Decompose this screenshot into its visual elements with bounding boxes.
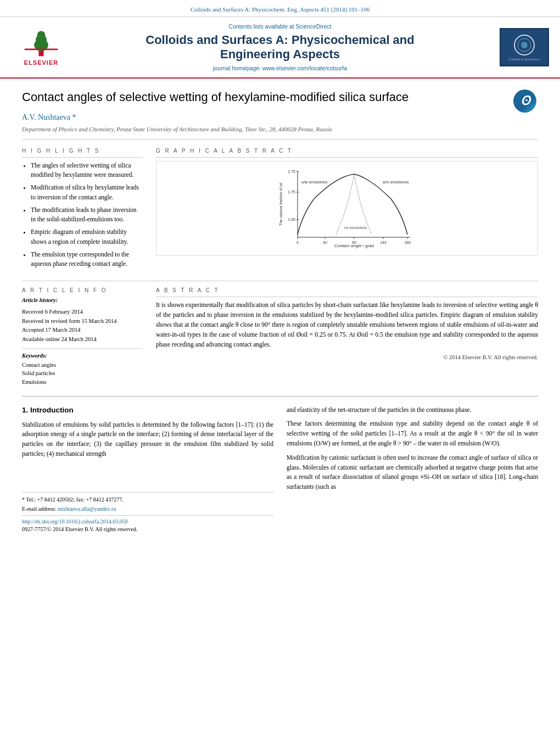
graphical-abstract-header: G R A P H I C A L A B S T R A C T xyxy=(156,147,538,158)
article-info-header: A R T I C L E I N F O xyxy=(22,287,143,294)
keyword-item: Emulsions xyxy=(22,378,143,387)
elsevier-tree-icon xyxy=(22,27,60,58)
doi-line[interactable]: http://dx.doi.org/10.1016/j.colsurfa.201… xyxy=(22,518,273,526)
svg-text:1.00: 1.00 xyxy=(288,217,295,221)
footnote-email: E-mail address: mishtaeva.alla@yandex.ru xyxy=(22,505,273,513)
section-divider xyxy=(22,396,538,397)
article-title: Contact angles of selective wetting of h… xyxy=(22,90,502,105)
logo-right: Colloids & Surfaces A xyxy=(489,28,549,66)
footnote-star: * Tel.: +7 8412 420502; fax: +7 8412 437… xyxy=(22,496,273,504)
svg-point-9 xyxy=(521,42,528,48)
issn-line: 0927-7757/© 2014 Elsevier B.V. All right… xyxy=(22,526,273,533)
article-affiliation: Department of Physics and Chemistry, Pen… xyxy=(22,125,502,133)
svg-text:w/o emulsions: w/o emulsions xyxy=(382,180,409,185)
svg-rect-4 xyxy=(25,49,58,51)
section-title-text: Introduction xyxy=(30,406,74,414)
cover-svg: Colloids & Surfaces A xyxy=(500,29,548,66)
keywords-label: Keywords: xyxy=(22,352,143,360)
contents-line: Contents lists available at ScienceDirec… xyxy=(71,23,489,31)
introduction-section: 1. Introduction Stabilization of emulsio… xyxy=(22,405,538,533)
banner-center: Contents lists available at ScienceDirec… xyxy=(71,23,489,72)
elsevier-logo-area: ELSEVIER xyxy=(11,27,71,67)
abstract-text: It is shown experimentally that modifica… xyxy=(156,300,538,349)
article-history-items: Received 6 February 2014 Received in rev… xyxy=(22,308,143,344)
copyright-line: © 2014 Elsevier B.V. All rights reserved… xyxy=(156,354,538,362)
journal-cover-image: Colloids & Surfaces A xyxy=(500,28,549,66)
highlight-item: The emulsion type corresponded to the aq… xyxy=(31,250,143,269)
abstract-column: A B S T R A C T It is shown experimental… xyxy=(156,287,538,387)
highlights-list: The angles of selective wetting of silic… xyxy=(22,161,143,269)
keyword-item: Contact angles xyxy=(22,361,143,370)
svg-point-3 xyxy=(37,31,46,39)
elsevier-text: ELSEVIER xyxy=(24,59,58,67)
intro-text-right-3: Modification by cationic surfactant is o… xyxy=(287,453,538,492)
keywords-list: Contact angles Solid particles Emulsions xyxy=(22,361,143,387)
highlights-header: H I G H L I G H T S xyxy=(22,147,143,158)
graphical-abstract-box: The volume fraction of oil Contact angle… xyxy=(156,161,538,256)
history-item: Received in revised form 15 March 2014 xyxy=(22,317,143,326)
history-item: Accepted 17 March 2014 xyxy=(22,326,143,334)
elsevier-logo: ELSEVIER xyxy=(22,27,60,67)
section-title: 1. Introduction xyxy=(22,405,273,416)
highlight-item: The angles of selective wetting of silic… xyxy=(31,161,143,180)
svg-text:The volume fraction of oil: The volume fraction of oil xyxy=(279,182,283,226)
svg-text:1.75: 1.75 xyxy=(288,190,295,194)
svg-text:90: 90 xyxy=(352,241,356,244)
journal-link[interactable]: Colloids and Surfaces A: Physicochem. En… xyxy=(191,6,370,13)
highlights-column: H I G H L I G H T S The angles of select… xyxy=(22,147,143,272)
abstract-header: A B S T R A C T xyxy=(156,287,538,297)
svg-text:2.75: 2.75 xyxy=(288,170,295,174)
svg-text:40: 40 xyxy=(323,241,327,244)
journal-header: Colloids and Surfaces A: Physicochem. En… xyxy=(0,0,560,17)
article-title-text: Contact angles of selective wetting of h… xyxy=(22,90,502,133)
journal-title: Colloids and Surfaces A: Physicochemical… xyxy=(71,33,489,62)
journal-banner: ELSEVIER Contents lists available at Sci… xyxy=(0,17,560,79)
history-item: Received 6 February 2014 xyxy=(22,308,143,316)
homepage-url[interactable]: www.elsevier.com/locate/colsurfa xyxy=(262,65,347,71)
intro-text-right-2: These factors determining the emulsion t… xyxy=(287,419,538,448)
intro-text-1: Stabilization of emulsions by solid part… xyxy=(22,420,273,459)
article-authors: A.V. Nushtaeva * xyxy=(22,112,502,123)
intro-text-right-1: and elasticity of the net-structure of t… xyxy=(287,405,538,415)
highlight-item: Empiric diagram of emulsion stability sh… xyxy=(31,227,143,247)
history-item: Available online 24 March 2014 xyxy=(22,336,143,344)
keyword-item: Solid particles xyxy=(22,370,143,378)
graphical-abstract-column: G R A P H I C A L A B S T R A C T The vo… xyxy=(156,147,538,272)
svg-text:180: 180 xyxy=(404,241,411,244)
footnote-area: * Tel.: +7 8412 420502; fax: +7 8412 437… xyxy=(22,492,273,533)
svg-text:Colloids & Surfaces A: Colloids & Surfaces A xyxy=(508,58,540,61)
email-link[interactable]: mishtaeva.alla@yandex.ru xyxy=(58,506,116,512)
svg-text:no emulsions: no emulsions xyxy=(344,226,367,230)
article-content: Contact angles of selective wetting of h… xyxy=(0,79,560,533)
intro-left-column: 1. Introduction Stabilization of emulsio… xyxy=(22,405,273,533)
highlight-item: Modification of silica by hexylamine lea… xyxy=(31,183,143,202)
abstract-graph-svg: The volume fraction of oil Contact angle… xyxy=(276,166,418,251)
svg-text:140: 140 xyxy=(380,241,387,244)
article-info-column: A R T I C L E I N F O Article history: R… xyxy=(22,287,143,387)
svg-text:0: 0 xyxy=(296,241,299,244)
journal-homepage: journal homepage: www.elsevier.com/locat… xyxy=(71,64,489,72)
crossmark-circle: ʘ xyxy=(513,90,536,113)
sciencedirect-link[interactable]: ScienceDirect xyxy=(296,23,332,30)
highlights-graphical-row: H I G H L I G H T S The angles of select… xyxy=(22,147,538,272)
crossmark-logo[interactable]: ʘ xyxy=(513,90,538,114)
intro-right-column: and elasticity of the net-structure of t… xyxy=(287,405,538,533)
article-title-section: Contact angles of selective wetting of h… xyxy=(22,79,538,140)
article-history-label: Article history: xyxy=(22,297,143,305)
highlight-item: The modification leads to phase inversio… xyxy=(31,205,143,225)
info-abstract-row: A R T I C L E I N F O Article history: R… xyxy=(22,281,538,387)
svg-text:o/w emulsions: o/w emulsions xyxy=(301,180,328,185)
